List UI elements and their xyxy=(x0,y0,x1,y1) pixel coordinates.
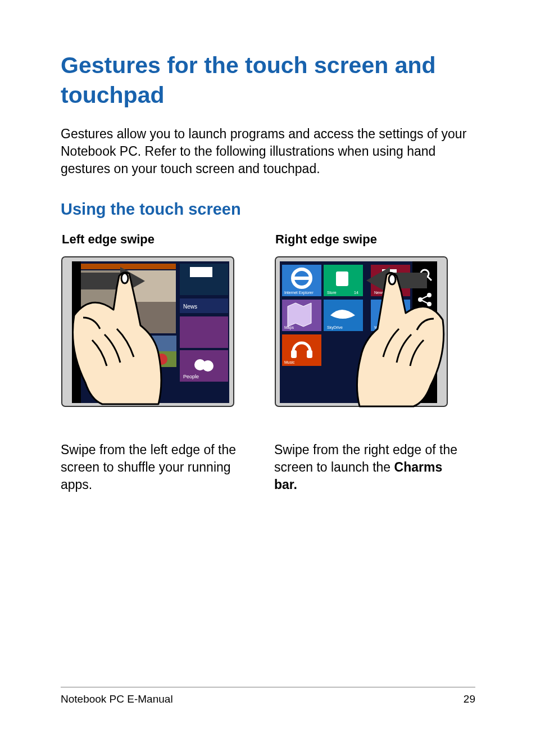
svg-point-83 xyxy=(389,274,396,284)
page-title: Gestures for the touch screen and touchp… xyxy=(61,51,475,111)
svg-rect-36 xyxy=(336,271,348,286)
manual-page: Gestures for the touch screen and touchp… xyxy=(0,0,536,756)
svg-rect-26 xyxy=(81,273,120,289)
svg-text:People: People xyxy=(183,374,199,379)
footer-doc-title: Notebook PC E-Manual xyxy=(61,693,173,705)
svg-text:14: 14 xyxy=(354,291,358,295)
svg-point-15 xyxy=(202,360,214,372)
page-footer: Notebook PC E-Manual 29 xyxy=(61,687,475,705)
svg-rect-44 xyxy=(291,350,297,358)
svg-rect-9 xyxy=(206,267,212,277)
left-edge-swipe-column: Left edge swipe xyxy=(61,232,252,494)
svg-text:Store: Store xyxy=(327,291,337,295)
svg-rect-8 xyxy=(190,267,206,277)
svg-text:SkyDrive: SkyDrive xyxy=(327,325,343,330)
svg-text:Maps: Maps xyxy=(284,325,294,330)
footer-page-number: 29 xyxy=(464,693,475,705)
right-edge-swipe-column: Right edge swipe Internet Explorer Store… xyxy=(274,232,465,494)
right-gesture-description: Swipe from the right edge of the screen … xyxy=(274,441,465,494)
svg-point-59 xyxy=(418,297,423,302)
right-edge-swipe-illustration: Internet Explorer Store 14 Maps SkyDrive xyxy=(274,256,448,408)
svg-point-60 xyxy=(427,293,431,297)
gesture-columns: Left edge swipe xyxy=(61,232,475,494)
svg-text:Music: Music xyxy=(284,360,295,364)
svg-point-28 xyxy=(121,273,128,283)
svg-rect-45 xyxy=(307,350,312,358)
svg-point-61 xyxy=(427,302,431,306)
svg-rect-3 xyxy=(80,264,176,269)
intro-paragraph: Gestures allow you to launch programs an… xyxy=(61,125,475,178)
left-gesture-heading: Left edge swipe xyxy=(62,232,252,247)
left-gesture-description: Swipe from the left edge of the screen t… xyxy=(61,441,252,494)
svg-text:News: News xyxy=(183,304,197,310)
svg-rect-12 xyxy=(180,316,228,348)
svg-text:Internet Explorer: Internet Explorer xyxy=(284,291,314,295)
right-gesture-heading: Right edge swipe xyxy=(275,232,465,247)
left-edge-swipe-illustration: News People :-) xyxy=(61,256,235,408)
section-heading: Using the touch screen xyxy=(61,200,475,219)
